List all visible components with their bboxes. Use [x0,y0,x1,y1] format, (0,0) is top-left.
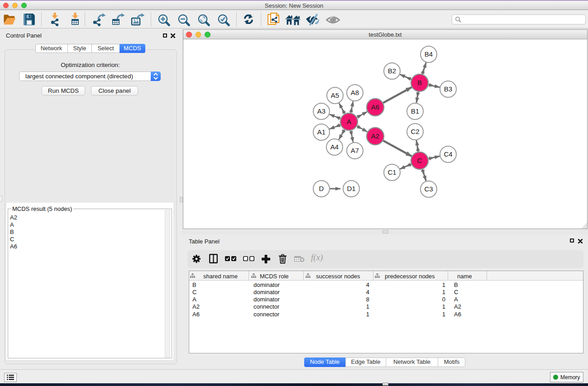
svg-text:B2: B2 [388,67,396,75]
svg-text:D1: D1 [347,185,355,192]
svg-text:A8: A8 [351,89,359,96]
svg-text:A: A [347,118,351,125]
svg-text:A7: A7 [351,147,359,154]
svg-text:C4: C4 [444,150,452,158]
svg-text:C1: C1 [387,168,396,176]
svg-text:A2: A2 [371,132,379,140]
svg-text:B4: B4 [425,50,433,58]
svg-text:B1: B1 [411,107,419,115]
svg-text:A1: A1 [317,128,325,136]
svg-text:B: B [417,79,422,86]
svg-text:A6: A6 [371,103,379,111]
svg-text:C: C [417,157,422,164]
svg-text:C2: C2 [411,128,419,135]
svg-text:A5: A5 [331,91,339,99]
svg-text:A3: A3 [317,107,325,115]
svg-text:C3: C3 [424,185,433,193]
svg-text:A4: A4 [330,143,339,151]
svg-text:B3: B3 [444,85,452,93]
svg-text:D: D [319,185,324,192]
